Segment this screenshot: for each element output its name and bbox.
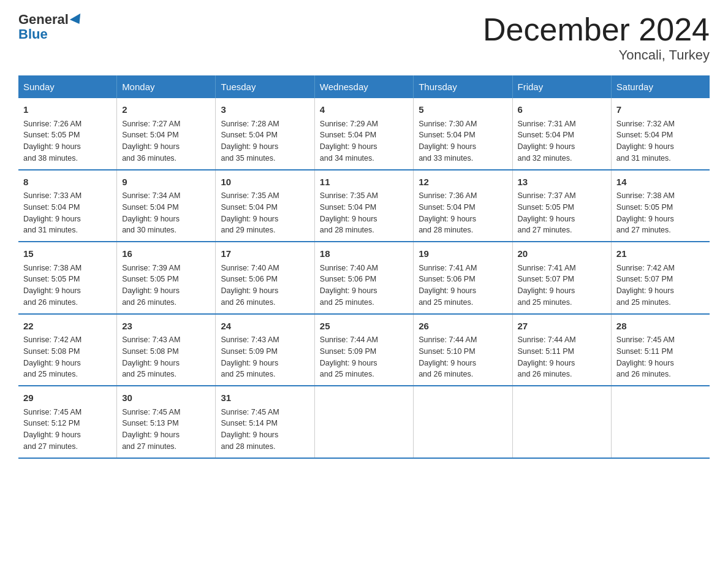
column-header-monday: Monday [117, 75, 216, 98]
day-cell: 28Sunrise: 7:45 AM Sunset: 5:11 PM Dayli… [611, 314, 710, 386]
day-number: 30 [122, 391, 210, 405]
day-number: 9 [122, 175, 210, 190]
week-row-5: 29Sunrise: 7:45 AM Sunset: 5:12 PM Dayli… [18, 386, 710, 458]
day-cell: 21Sunrise: 7:42 AM Sunset: 5:07 PM Dayli… [611, 242, 710, 314]
day-cell: 8Sunrise: 7:33 AM Sunset: 5:04 PM Daylig… [18, 170, 117, 242]
day-number: 18 [320, 247, 408, 261]
column-header-sunday: Sunday [18, 75, 117, 98]
day-cell [314, 386, 413, 458]
day-cell: 29Sunrise: 7:45 AM Sunset: 5:12 PM Dayli… [18, 386, 117, 458]
day-info: Sunrise: 7:42 AM Sunset: 5:08 PM Dayligh… [23, 334, 112, 380]
day-info: Sunrise: 7:43 AM Sunset: 5:09 PM Dayligh… [221, 334, 309, 380]
header-row: SundayMondayTuesdayWednesdayThursdayFrid… [18, 75, 710, 98]
day-info: Sunrise: 7:33 AM Sunset: 5:04 PM Dayligh… [23, 190, 112, 236]
day-info: Sunrise: 7:45 AM Sunset: 5:13 PM Dayligh… [122, 407, 210, 453]
day-number: 15 [23, 247, 112, 261]
day-info: Sunrise: 7:44 AM Sunset: 5:10 PM Dayligh… [419, 334, 507, 380]
day-cell: 6Sunrise: 7:31 AM Sunset: 5:04 PM Daylig… [512, 98, 611, 170]
day-cell: 7Sunrise: 7:32 AM Sunset: 5:04 PM Daylig… [611, 98, 710, 170]
day-number: 28 [616, 320, 705, 334]
day-number: 6 [518, 103, 606, 117]
day-number: 29 [23, 391, 112, 405]
day-info: Sunrise: 7:30 AM Sunset: 5:04 PM Dayligh… [419, 118, 507, 164]
day-cell: 15Sunrise: 7:38 AM Sunset: 5:05 PM Dayli… [18, 242, 117, 314]
column-header-wednesday: Wednesday [314, 75, 413, 98]
day-cell: 10Sunrise: 7:35 AM Sunset: 5:04 PM Dayli… [216, 170, 314, 242]
day-number: 11 [320, 175, 408, 190]
day-number: 1 [23, 103, 112, 117]
day-cell: 20Sunrise: 7:41 AM Sunset: 5:07 PM Dayli… [512, 242, 611, 314]
day-info: Sunrise: 7:42 AM Sunset: 5:07 PM Dayligh… [616, 262, 705, 308]
day-number: 2 [122, 103, 210, 117]
day-number: 3 [221, 103, 309, 117]
day-number: 25 [320, 320, 408, 334]
week-row-4: 22Sunrise: 7:42 AM Sunset: 5:08 PM Dayli… [18, 314, 710, 386]
day-number: 20 [518, 247, 606, 261]
day-number: 5 [419, 103, 507, 117]
day-cell: 1Sunrise: 7:26 AM Sunset: 5:05 PM Daylig… [18, 98, 117, 170]
column-header-saturday: Saturday [611, 75, 710, 98]
column-header-tuesday: Tuesday [216, 75, 314, 98]
day-number: 12 [419, 175, 507, 190]
day-info: Sunrise: 7:26 AM Sunset: 5:05 PM Dayligh… [23, 118, 112, 164]
day-info: Sunrise: 7:43 AM Sunset: 5:08 PM Dayligh… [122, 334, 210, 380]
day-number: 16 [122, 247, 210, 261]
day-number: 21 [616, 247, 705, 261]
day-info: Sunrise: 7:36 AM Sunset: 5:04 PM Dayligh… [419, 190, 507, 236]
logo-blue: Blue [18, 27, 83, 42]
day-info: Sunrise: 7:45 AM Sunset: 5:12 PM Dayligh… [23, 407, 112, 453]
day-info: Sunrise: 7:31 AM Sunset: 5:04 PM Dayligh… [518, 118, 606, 164]
day-number: 31 [221, 391, 309, 405]
day-cell: 13Sunrise: 7:37 AM Sunset: 5:05 PM Dayli… [512, 170, 611, 242]
day-number: 7 [616, 103, 705, 117]
day-cell: 30Sunrise: 7:45 AM Sunset: 5:13 PM Dayli… [117, 386, 216, 458]
day-number: 19 [419, 247, 507, 261]
logo-triangle-icon [70, 13, 85, 27]
day-info: Sunrise: 7:38 AM Sunset: 5:05 PM Dayligh… [23, 262, 112, 308]
day-info: Sunrise: 7:29 AM Sunset: 5:04 PM Dayligh… [320, 118, 408, 164]
day-info: Sunrise: 7:37 AM Sunset: 5:05 PM Dayligh… [518, 190, 606, 236]
day-number: 13 [518, 175, 606, 190]
calendar-header: SundayMondayTuesdayWednesdayThursdayFrid… [18, 75, 710, 98]
day-number: 14 [616, 175, 705, 190]
logo-line1: General [18, 12, 83, 27]
day-number: 27 [518, 320, 606, 334]
calendar-body: 1Sunrise: 7:26 AM Sunset: 5:05 PM Daylig… [18, 98, 710, 458]
day-cell: 17Sunrise: 7:40 AM Sunset: 5:06 PM Dayli… [216, 242, 314, 314]
week-row-1: 1Sunrise: 7:26 AM Sunset: 5:05 PM Daylig… [18, 98, 710, 170]
day-cell: 3Sunrise: 7:28 AM Sunset: 5:04 PM Daylig… [216, 98, 314, 170]
day-cell: 23Sunrise: 7:43 AM Sunset: 5:08 PM Dayli… [117, 314, 216, 386]
page-header: General Blue December 2024 Yoncali, Turk… [18, 12, 710, 63]
day-cell: 26Sunrise: 7:44 AM Sunset: 5:10 PM Dayli… [414, 314, 512, 386]
week-row-2: 8Sunrise: 7:33 AM Sunset: 5:04 PM Daylig… [18, 170, 710, 242]
day-cell: 24Sunrise: 7:43 AM Sunset: 5:09 PM Dayli… [216, 314, 314, 386]
day-number: 17 [221, 247, 309, 261]
day-info: Sunrise: 7:28 AM Sunset: 5:04 PM Dayligh… [221, 118, 309, 164]
day-info: Sunrise: 7:41 AM Sunset: 5:07 PM Dayligh… [518, 262, 606, 308]
day-cell: 2Sunrise: 7:27 AM Sunset: 5:04 PM Daylig… [117, 98, 216, 170]
day-cell: 27Sunrise: 7:44 AM Sunset: 5:11 PM Dayli… [512, 314, 611, 386]
day-cell: 5Sunrise: 7:30 AM Sunset: 5:04 PM Daylig… [414, 98, 512, 170]
day-info: Sunrise: 7:44 AM Sunset: 5:09 PM Dayligh… [320, 334, 408, 380]
day-cell: 14Sunrise: 7:38 AM Sunset: 5:05 PM Dayli… [611, 170, 710, 242]
day-number: 24 [221, 320, 309, 334]
day-cell: 19Sunrise: 7:41 AM Sunset: 5:06 PM Dayli… [414, 242, 512, 314]
day-cell: 16Sunrise: 7:39 AM Sunset: 5:05 PM Dayli… [117, 242, 216, 314]
day-info: Sunrise: 7:35 AM Sunset: 5:04 PM Dayligh… [320, 190, 408, 236]
day-cell: 9Sunrise: 7:34 AM Sunset: 5:04 PM Daylig… [117, 170, 216, 242]
day-cell: 25Sunrise: 7:44 AM Sunset: 5:09 PM Dayli… [314, 314, 413, 386]
day-cell: 18Sunrise: 7:40 AM Sunset: 5:06 PM Dayli… [314, 242, 413, 314]
page-title: December 2024 [483, 12, 710, 47]
day-number: 26 [419, 320, 507, 334]
day-cell [512, 386, 611, 458]
logo-general: General [18, 12, 69, 27]
column-header-thursday: Thursday [414, 75, 512, 98]
calendar-table: SundayMondayTuesdayWednesdayThursdayFrid… [18, 75, 710, 459]
day-number: 4 [320, 103, 408, 117]
day-cell: 22Sunrise: 7:42 AM Sunset: 5:08 PM Dayli… [18, 314, 117, 386]
day-cell: 12Sunrise: 7:36 AM Sunset: 5:04 PM Dayli… [414, 170, 512, 242]
day-info: Sunrise: 7:34 AM Sunset: 5:04 PM Dayligh… [122, 190, 210, 236]
day-number: 10 [221, 175, 309, 190]
day-cell [611, 386, 710, 458]
day-cell [414, 386, 512, 458]
